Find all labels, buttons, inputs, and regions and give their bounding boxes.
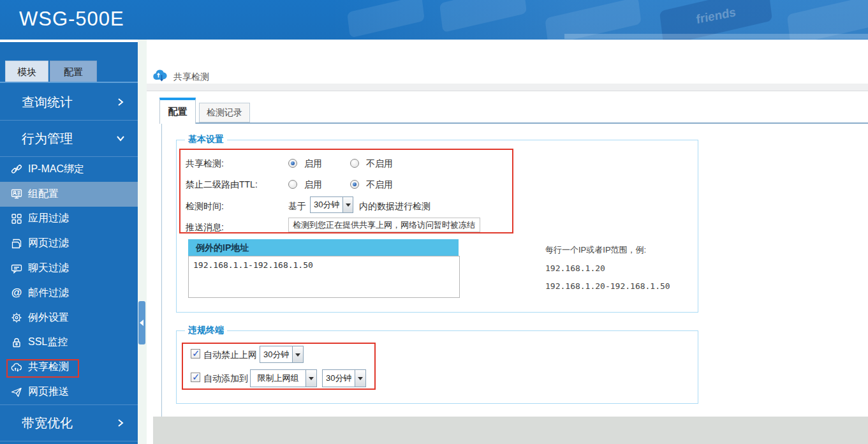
item-label: IP-MAC绑定 bbox=[28, 163, 84, 176]
app-window: friends WSG-500E 模块 配置 查询统计 行为管理 IP-MAC绑… bbox=[0, 0, 868, 444]
keyboard-edge-highlight bbox=[564, 34, 868, 39]
push-message-input[interactable] bbox=[288, 218, 480, 232]
item-label: SSL监控 bbox=[28, 336, 68, 349]
group-icon bbox=[10, 188, 23, 200]
item-label: 应用过滤 bbox=[28, 212, 69, 225]
item-label: 邮件过滤 bbox=[28, 286, 69, 300]
sidebar-menu: IP-MAC绑定 组配置 应用过滤 网页过滤 聊天过滤 @ 邮件过滤 bbox=[0, 157, 138, 404]
sidebar-section-query-stats[interactable]: 查询统计 bbox=[0, 84, 138, 121]
sidebar-item-exception-settings[interactable]: 例外设置 bbox=[0, 306, 138, 330]
detect-time-prefix: 基于 bbox=[288, 201, 306, 212]
section-label: 查询统计 bbox=[22, 94, 73, 111]
item-label: 聊天过滤 bbox=[28, 262, 69, 275]
panel-left-border bbox=[161, 122, 162, 417]
section-label: 行为管理 bbox=[22, 130, 73, 147]
tabstrip-divider bbox=[161, 122, 868, 124]
sidebar-item-chat-filter[interactable]: 聊天过滤 bbox=[0, 256, 138, 281]
auto-ban-time-select[interactable]: 30分钟 bbox=[260, 346, 304, 363]
sidebar-tabbar: 模块 配置 bbox=[0, 42, 138, 83]
sidebar-item-mail-filter[interactable]: @ 邮件过滤 bbox=[0, 281, 138, 306]
disable-label: 不启用 bbox=[366, 158, 393, 170]
sidebar-tab-modules[interactable]: 模块 bbox=[5, 61, 48, 82]
push-message-label: 推送消息: bbox=[186, 222, 224, 233]
item-label: 网页过滤 bbox=[28, 237, 69, 250]
violation-fieldset: 违规终端 bbox=[176, 330, 698, 404]
app-title: WSG-500E bbox=[19, 8, 124, 31]
sidebar-item-ssl-monitor[interactable]: SSL监控 bbox=[0, 330, 138, 355]
dropdown-arrow-icon[interactable] bbox=[342, 197, 353, 212]
sidebar-item-ip-mac[interactable]: IP-MAC绑定 bbox=[0, 157, 138, 182]
auto-ban-label: 自动禁止上网 bbox=[203, 350, 257, 361]
chevron-right-icon bbox=[117, 416, 124, 431]
ip-help-example-1: 192.168.1.20 bbox=[545, 263, 605, 273]
detect-time-select[interactable]: 30分钟 bbox=[310, 196, 353, 213]
sidebar-item-group-config[interactable]: 组配置 bbox=[0, 182, 138, 207]
auto-add-group-select[interactable]: 限制上网组 bbox=[250, 369, 317, 387]
dropdown-arrow-icon[interactable] bbox=[355, 370, 365, 387]
content-top-strip bbox=[147, 84, 868, 91]
chevron-down-icon bbox=[117, 131, 124, 146]
sidebar-item-app-filter[interactable]: 应用过滤 bbox=[0, 207, 138, 232]
chat-icon bbox=[10, 262, 23, 275]
bottom-background-strip bbox=[153, 417, 868, 444]
item-label: 例外设置 bbox=[28, 311, 69, 325]
share-detect-enable-radio[interactable] bbox=[288, 159, 297, 168]
dropdown-arrow-icon[interactable] bbox=[305, 370, 316, 387]
cloud-icon bbox=[10, 361, 23, 374]
share-detect-breadcrumb-icon bbox=[152, 67, 168, 84]
plane-icon bbox=[10, 386, 23, 399]
ttl-disable-radio[interactable] bbox=[350, 180, 359, 189]
detect-time-label: 检测时间: bbox=[186, 201, 224, 212]
sidebar: 模块 配置 查询统计 行为管理 IP-MAC绑定 组配置 应用过滤 bbox=[0, 40, 138, 444]
gear-icon bbox=[10, 311, 23, 324]
auto-add-checkbox[interactable] bbox=[191, 373, 200, 382]
basic-settings-legend: 基本设置 bbox=[185, 134, 227, 145]
top-banner: friends WSG-500E bbox=[0, 0, 868, 40]
grid-icon bbox=[10, 212, 23, 225]
share-detect-disable-radio[interactable] bbox=[350, 159, 359, 168]
auto-add-group-value: 限制上网组 bbox=[251, 370, 305, 387]
tab-detect-records[interactable]: 检测记录 bbox=[199, 103, 250, 122]
detect-time-suffix: 内的数据进行检测 bbox=[359, 201, 430, 212]
chevron-right-icon bbox=[117, 95, 124, 110]
at-icon: @ bbox=[10, 286, 23, 299]
item-label: 组配置 bbox=[28, 188, 59, 201]
detect-time-select-value: 30分钟 bbox=[311, 197, 342, 212]
ip-exception-textarea[interactable]: 192.168.1.1-192.168.1.50 bbox=[188, 256, 460, 298]
ip-help-text: 每行一个IP或者IP范围，例: bbox=[545, 244, 646, 256]
item-label: 网页推送 bbox=[28, 385, 69, 399]
violation-legend: 违规终端 bbox=[185, 325, 227, 336]
tab-config[interactable]: 配置 bbox=[159, 98, 196, 124]
enable-label: 启用 bbox=[304, 179, 322, 191]
webpage-icon bbox=[10, 237, 23, 250]
auto-ban-checkbox[interactable] bbox=[191, 349, 200, 359]
sidebar-section-bandwidth[interactable]: 带宽优化 bbox=[0, 404, 138, 441]
collapse-arrow-icon bbox=[140, 320, 143, 326]
ttl-label: 禁止二级路由TTL: bbox=[186, 179, 258, 191]
dropdown-arrow-icon[interactable] bbox=[292, 346, 303, 362]
breadcrumb: 共享检测 bbox=[173, 71, 209, 83]
ttl-enable-radio[interactable] bbox=[288, 180, 297, 189]
item-label: 共享检测 bbox=[28, 360, 69, 374]
sidebar-tab-config[interactable]: 配置 bbox=[50, 61, 97, 82]
sidebar-item-share-detect[interactable]: 共享检测 bbox=[0, 355, 138, 380]
auto-add-time-select[interactable]: 30分钟 bbox=[322, 369, 366, 387]
sidebar-item-web-push[interactable]: 网页推送 bbox=[0, 380, 138, 404]
sidebar-section-behavior[interactable]: 行为管理 bbox=[0, 121, 138, 157]
link-icon bbox=[10, 163, 23, 175]
ip-help-example-2: 192.168.1.20-192.168.1.50 bbox=[545, 281, 670, 291]
ip-exception-header: 例外的IP地址 bbox=[188, 239, 459, 256]
lock-icon bbox=[10, 336, 23, 349]
auto-add-time-value: 30分钟 bbox=[323, 370, 355, 387]
enable-label: 启用 bbox=[304, 158, 322, 170]
sidebar-item-web-filter[interactable]: 网页过滤 bbox=[0, 231, 138, 256]
section-label: 带宽优化 bbox=[22, 415, 73, 432]
auto-ban-time-value: 30分钟 bbox=[260, 346, 292, 362]
sidebar-edge-strip bbox=[138, 40, 147, 444]
auto-add-label: 自动添加到 bbox=[203, 373, 248, 385]
share-detect-label: 共享检测: bbox=[186, 158, 224, 170]
sidebar-collapse-handle[interactable] bbox=[138, 301, 145, 344]
disable-label: 不启用 bbox=[366, 179, 393, 191]
